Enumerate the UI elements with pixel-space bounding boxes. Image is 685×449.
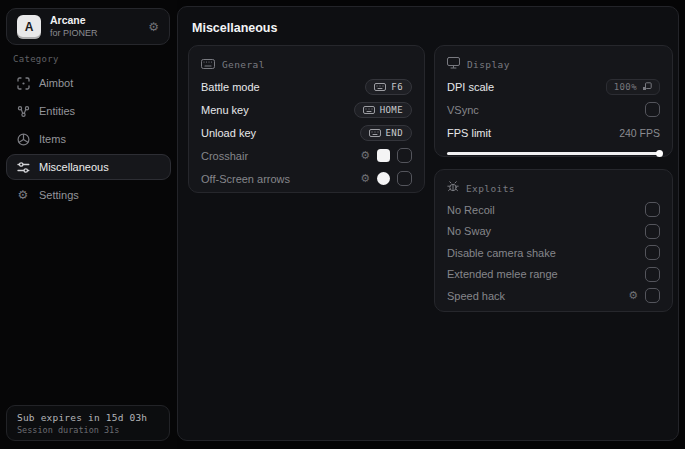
gear-icon[interactable]: ⚙ bbox=[148, 20, 159, 34]
setting-row-battle-mode: Battle mode F6 bbox=[201, 75, 412, 98]
offscreen-arrows-checkbox[interactable] bbox=[397, 171, 412, 186]
setting-row-extended-melee-range: Extended melee range bbox=[447, 264, 660, 286]
vsync-checkbox[interactable] bbox=[645, 102, 660, 117]
setting-row-menu-key: Menu key HOME bbox=[201, 98, 412, 121]
setting-row-unload-key: Unload key END bbox=[201, 121, 412, 144]
fps-limit-value: 240 FPS bbox=[619, 127, 660, 139]
no-sway-checkbox[interactable] bbox=[645, 224, 660, 239]
disable-camera-shake-checkbox[interactable] bbox=[645, 245, 660, 260]
keybind-button[interactable]: F6 bbox=[365, 79, 412, 95]
miscellaneous-icon bbox=[16, 161, 30, 174]
gear-icon[interactable]: ⚙ bbox=[360, 172, 370, 185]
setting-row-dpi-scale: DPI scale 100% bbox=[447, 75, 660, 98]
setting-row-offscreen-arrows: Off-Screen arrows ⚙ bbox=[201, 167, 412, 190]
sub-expiry-text: Sub expires in 15d 03h bbox=[17, 412, 159, 423]
panel-title: Display bbox=[467, 59, 510, 70]
items-icon bbox=[16, 133, 30, 146]
panel-exploits: Exploits No Recoil No Sway Disable camer… bbox=[434, 169, 673, 312]
panel-display: Display DPI scale 100% VSync FPS limit 2… bbox=[434, 45, 673, 157]
keyboard-icon bbox=[201, 55, 215, 73]
color-swatch[interactable] bbox=[377, 172, 390, 185]
brand-card: A Arcane for PIONER ⚙ bbox=[6, 8, 170, 45]
keyboard-icon bbox=[369, 129, 381, 137]
gear-icon[interactable]: ⚙ bbox=[628, 289, 638, 302]
setting-row-crosshair: Crosshair ⚙ bbox=[201, 144, 412, 167]
fps-limit-slider[interactable] bbox=[447, 150, 660, 157]
sidebar-item-items[interactable]: Items bbox=[6, 126, 171, 152]
sidebar: A Arcane for PIONER ⚙ Category Aimbot bbox=[0, 0, 177, 449]
sidebar-item-label: Miscellaneous bbox=[39, 161, 109, 173]
keyboard-icon bbox=[363, 106, 375, 114]
crosshair-checkbox[interactable] bbox=[397, 148, 412, 163]
app-subtitle: for PIONER bbox=[50, 28, 98, 38]
gear-icon: ⚙ bbox=[16, 189, 30, 202]
sidebar-item-settings[interactable]: ⚙ Settings bbox=[6, 182, 171, 208]
no-recoil-checkbox[interactable] bbox=[645, 202, 660, 217]
panel-title: General bbox=[222, 59, 265, 70]
entities-icon bbox=[16, 105, 30, 118]
session-duration-text: Session duration 31s bbox=[17, 425, 159, 435]
sidebar-item-label: Items bbox=[39, 133, 66, 145]
setting-row-fps-limit: FPS limit 240 FPS bbox=[447, 121, 660, 144]
main-content: Miscellaneous General Battle mode F6 Men… bbox=[177, 6, 679, 441]
app-logo: A bbox=[17, 15, 41, 39]
app-name: Arcane bbox=[50, 14, 98, 26]
scale-icon bbox=[642, 82, 652, 92]
sidebar-nav: Aimbot Entities Items bbox=[6, 70, 171, 208]
slider-knob[interactable] bbox=[656, 150, 663, 157]
setting-row-no-sway: No Sway bbox=[447, 221, 660, 243]
aimbot-icon bbox=[16, 77, 30, 90]
keybind-button[interactable]: END bbox=[360, 125, 412, 141]
bug-icon bbox=[447, 179, 459, 197]
monitor-icon bbox=[447, 55, 460, 73]
color-swatch[interactable] bbox=[377, 149, 390, 162]
extended-melee-range-checkbox[interactable] bbox=[645, 267, 660, 282]
sidebar-item-label: Settings bbox=[39, 189, 79, 201]
page-title: Miscellaneous bbox=[192, 21, 277, 35]
sidebar-item-label: Aimbot bbox=[39, 77, 73, 89]
subscription-card: Sub expires in 15d 03h Session duration … bbox=[6, 405, 170, 441]
panel-title: Exploits bbox=[466, 183, 515, 194]
dpi-scale-button[interactable]: 100% bbox=[606, 79, 660, 95]
setting-row-speed-hack: Speed hack ⚙ bbox=[447, 285, 660, 307]
keybind-button[interactable]: HOME bbox=[354, 102, 412, 118]
keyboard-icon bbox=[374, 83, 386, 91]
speed-hack-checkbox[interactable] bbox=[645, 288, 660, 303]
sidebar-item-entities[interactable]: Entities bbox=[6, 98, 171, 124]
setting-row-disable-camera-shake: Disable camera shake bbox=[447, 242, 660, 264]
setting-row-vsync: VSync bbox=[447, 98, 660, 121]
sidebar-item-miscellaneous[interactable]: Miscellaneous bbox=[6, 154, 171, 180]
sidebar-item-aimbot[interactable]: Aimbot bbox=[6, 70, 171, 96]
setting-row-no-recoil: No Recoil bbox=[447, 199, 660, 221]
category-label: Category bbox=[13, 54, 59, 64]
gear-icon[interactable]: ⚙ bbox=[360, 149, 370, 162]
panel-general: General Battle mode F6 Menu key HOME Unl… bbox=[188, 45, 425, 193]
sidebar-item-label: Entities bbox=[39, 105, 75, 117]
